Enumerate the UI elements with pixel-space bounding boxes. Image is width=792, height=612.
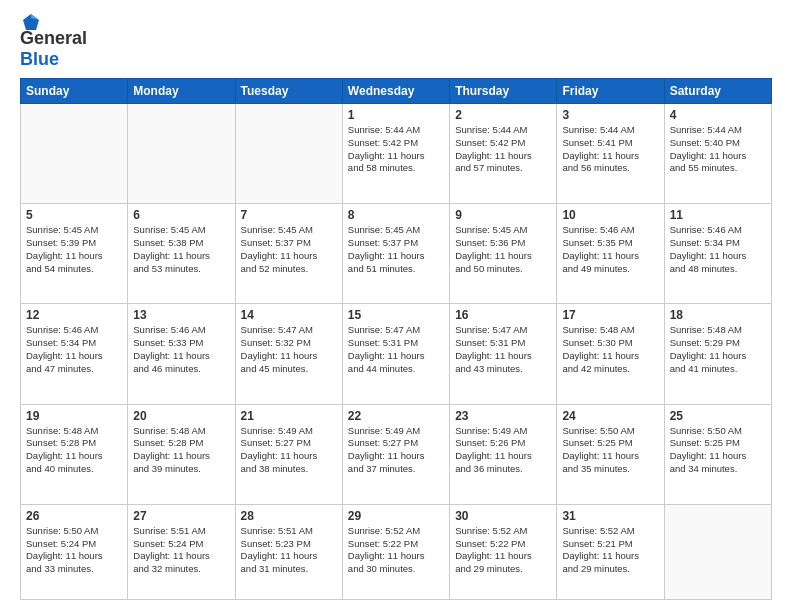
calendar-cell (128, 104, 235, 204)
calendar-cell: 27Sunrise: 5:51 AMSunset: 5:24 PMDayligh… (128, 504, 235, 599)
day-number: 14 (241, 308, 337, 322)
cell-detail: Sunrise: 5:48 AMSunset: 5:30 PMDaylight:… (562, 324, 658, 375)
cell-detail: Sunrise: 5:47 AMSunset: 5:32 PMDaylight:… (241, 324, 337, 375)
day-number: 3 (562, 108, 658, 122)
weekday-header: Monday (128, 79, 235, 104)
cell-detail: Sunrise: 5:49 AMSunset: 5:27 PMDaylight:… (348, 425, 444, 476)
day-number: 19 (26, 409, 122, 423)
weekday-header: Wednesday (342, 79, 449, 104)
cell-detail: Sunrise: 5:46 AMSunset: 5:33 PMDaylight:… (133, 324, 229, 375)
calendar-cell: 6Sunrise: 5:45 AMSunset: 5:38 PMDaylight… (128, 204, 235, 304)
calendar-cell: 9Sunrise: 5:45 AMSunset: 5:36 PMDaylight… (450, 204, 557, 304)
calendar-cell: 3Sunrise: 5:44 AMSunset: 5:41 PMDaylight… (557, 104, 664, 204)
cell-detail: Sunrise: 5:52 AMSunset: 5:22 PMDaylight:… (348, 525, 444, 576)
weekday-header: Thursday (450, 79, 557, 104)
cell-detail: Sunrise: 5:48 AMSunset: 5:29 PMDaylight:… (670, 324, 766, 375)
cell-detail: Sunrise: 5:52 AMSunset: 5:22 PMDaylight:… (455, 525, 551, 576)
calendar-cell: 13Sunrise: 5:46 AMSunset: 5:33 PMDayligh… (128, 304, 235, 404)
cell-detail: Sunrise: 5:45 AMSunset: 5:37 PMDaylight:… (241, 224, 337, 275)
cell-detail: Sunrise: 5:48 AMSunset: 5:28 PMDaylight:… (133, 425, 229, 476)
calendar-cell: 10Sunrise: 5:46 AMSunset: 5:35 PMDayligh… (557, 204, 664, 304)
weekday-header: Tuesday (235, 79, 342, 104)
weekday-header: Saturday (664, 79, 771, 104)
calendar-cell: 25Sunrise: 5:50 AMSunset: 5:25 PMDayligh… (664, 404, 771, 504)
cell-detail: Sunrise: 5:51 AMSunset: 5:23 PMDaylight:… (241, 525, 337, 576)
cell-detail: Sunrise: 5:45 AMSunset: 5:37 PMDaylight:… (348, 224, 444, 275)
day-number: 12 (26, 308, 122, 322)
logo: General Blue (20, 22, 87, 70)
cell-detail: Sunrise: 5:44 AMSunset: 5:42 PMDaylight:… (348, 124, 444, 175)
calendar-cell: 1Sunrise: 5:44 AMSunset: 5:42 PMDaylight… (342, 104, 449, 204)
day-number: 22 (348, 409, 444, 423)
calendar-cell: 2Sunrise: 5:44 AMSunset: 5:42 PMDaylight… (450, 104, 557, 204)
cell-detail: Sunrise: 5:52 AMSunset: 5:21 PMDaylight:… (562, 525, 658, 576)
calendar-cell: 21Sunrise: 5:49 AMSunset: 5:27 PMDayligh… (235, 404, 342, 504)
day-number: 24 (562, 409, 658, 423)
calendar-cell: 23Sunrise: 5:49 AMSunset: 5:26 PMDayligh… (450, 404, 557, 504)
calendar-cell (664, 504, 771, 599)
calendar-cell: 19Sunrise: 5:48 AMSunset: 5:28 PMDayligh… (21, 404, 128, 504)
day-number: 2 (455, 108, 551, 122)
weekday-header: Friday (557, 79, 664, 104)
cell-detail: Sunrise: 5:50 AMSunset: 5:24 PMDaylight:… (26, 525, 122, 576)
calendar-cell (235, 104, 342, 204)
calendar-page: General Blue SundayMondayTuesdayWednesda… (0, 0, 792, 612)
day-number: 20 (133, 409, 229, 423)
calendar-cell: 15Sunrise: 5:47 AMSunset: 5:31 PMDayligh… (342, 304, 449, 404)
day-number: 15 (348, 308, 444, 322)
calendar-cell: 31Sunrise: 5:52 AMSunset: 5:21 PMDayligh… (557, 504, 664, 599)
cell-detail: Sunrise: 5:50 AMSunset: 5:25 PMDaylight:… (670, 425, 766, 476)
calendar-cell: 11Sunrise: 5:46 AMSunset: 5:34 PMDayligh… (664, 204, 771, 304)
day-number: 1 (348, 108, 444, 122)
day-number: 31 (562, 509, 658, 523)
day-number: 28 (241, 509, 337, 523)
calendar-cell: 18Sunrise: 5:48 AMSunset: 5:29 PMDayligh… (664, 304, 771, 404)
cell-detail: Sunrise: 5:48 AMSunset: 5:28 PMDaylight:… (26, 425, 122, 476)
cell-detail: Sunrise: 5:46 AMSunset: 5:35 PMDaylight:… (562, 224, 658, 275)
cell-detail: Sunrise: 5:45 AMSunset: 5:36 PMDaylight:… (455, 224, 551, 275)
calendar-cell: 16Sunrise: 5:47 AMSunset: 5:31 PMDayligh… (450, 304, 557, 404)
logo-text-blue: Blue (20, 49, 59, 69)
day-number: 27 (133, 509, 229, 523)
cell-detail: Sunrise: 5:44 AMSunset: 5:41 PMDaylight:… (562, 124, 658, 175)
day-number: 9 (455, 208, 551, 222)
cell-detail: Sunrise: 5:44 AMSunset: 5:42 PMDaylight:… (455, 124, 551, 175)
day-number: 23 (455, 409, 551, 423)
cell-detail: Sunrise: 5:49 AMSunset: 5:27 PMDaylight:… (241, 425, 337, 476)
calendar-cell: 12Sunrise: 5:46 AMSunset: 5:34 PMDayligh… (21, 304, 128, 404)
cell-detail: Sunrise: 5:50 AMSunset: 5:25 PMDaylight:… (562, 425, 658, 476)
day-number: 25 (670, 409, 766, 423)
cell-detail: Sunrise: 5:45 AMSunset: 5:38 PMDaylight:… (133, 224, 229, 275)
calendar-cell: 17Sunrise: 5:48 AMSunset: 5:30 PMDayligh… (557, 304, 664, 404)
header: General Blue (20, 18, 772, 70)
day-number: 13 (133, 308, 229, 322)
day-number: 7 (241, 208, 337, 222)
day-number: 11 (670, 208, 766, 222)
calendar-cell: 20Sunrise: 5:48 AMSunset: 5:28 PMDayligh… (128, 404, 235, 504)
cell-detail: Sunrise: 5:44 AMSunset: 5:40 PMDaylight:… (670, 124, 766, 175)
cell-detail: Sunrise: 5:46 AMSunset: 5:34 PMDaylight:… (670, 224, 766, 275)
calendar-cell: 30Sunrise: 5:52 AMSunset: 5:22 PMDayligh… (450, 504, 557, 599)
day-number: 18 (670, 308, 766, 322)
calendar-cell: 28Sunrise: 5:51 AMSunset: 5:23 PMDayligh… (235, 504, 342, 599)
calendar-cell: 29Sunrise: 5:52 AMSunset: 5:22 PMDayligh… (342, 504, 449, 599)
day-number: 16 (455, 308, 551, 322)
day-number: 5 (26, 208, 122, 222)
calendar-cell: 8Sunrise: 5:45 AMSunset: 5:37 PMDaylight… (342, 204, 449, 304)
cell-detail: Sunrise: 5:46 AMSunset: 5:34 PMDaylight:… (26, 324, 122, 375)
cell-detail: Sunrise: 5:47 AMSunset: 5:31 PMDaylight:… (348, 324, 444, 375)
cell-detail: Sunrise: 5:45 AMSunset: 5:39 PMDaylight:… (26, 224, 122, 275)
logo-text-general: General (20, 28, 87, 49)
cell-detail: Sunrise: 5:47 AMSunset: 5:31 PMDaylight:… (455, 324, 551, 375)
cell-detail: Sunrise: 5:49 AMSunset: 5:26 PMDaylight:… (455, 425, 551, 476)
day-number: 10 (562, 208, 658, 222)
day-number: 29 (348, 509, 444, 523)
calendar-table: SundayMondayTuesdayWednesdayThursdayFrid… (20, 78, 772, 600)
day-number: 17 (562, 308, 658, 322)
weekday-header: Sunday (21, 79, 128, 104)
calendar-cell: 22Sunrise: 5:49 AMSunset: 5:27 PMDayligh… (342, 404, 449, 504)
day-number: 8 (348, 208, 444, 222)
day-number: 6 (133, 208, 229, 222)
calendar-cell: 14Sunrise: 5:47 AMSunset: 5:32 PMDayligh… (235, 304, 342, 404)
cell-detail: Sunrise: 5:51 AMSunset: 5:24 PMDaylight:… (133, 525, 229, 576)
